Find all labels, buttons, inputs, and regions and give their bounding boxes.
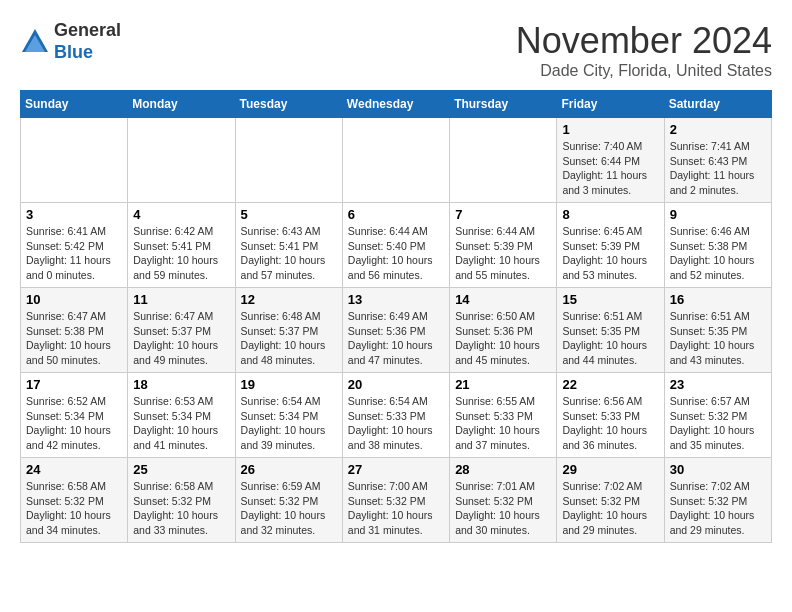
day-cell: 17Sunrise: 6:52 AM Sunset: 5:34 PM Dayli… — [21, 373, 128, 458]
day-cell — [450, 118, 557, 203]
day-cell: 9Sunrise: 6:46 AM Sunset: 5:38 PM Daylig… — [664, 203, 771, 288]
header: General Blue November 2024 Dade City, Fl… — [20, 20, 772, 80]
day-number: 21 — [455, 377, 551, 392]
header-friday: Friday — [557, 91, 664, 118]
day-cell: 11Sunrise: 6:47 AM Sunset: 5:37 PM Dayli… — [128, 288, 235, 373]
day-cell — [128, 118, 235, 203]
day-cell: 28Sunrise: 7:01 AM Sunset: 5:32 PM Dayli… — [450, 458, 557, 543]
day-info: Sunrise: 6:47 AM Sunset: 5:38 PM Dayligh… — [26, 309, 122, 368]
day-number: 28 — [455, 462, 551, 477]
logo-text: General Blue — [54, 20, 121, 63]
day-cell: 25Sunrise: 6:58 AM Sunset: 5:32 PM Dayli… — [128, 458, 235, 543]
day-cell: 30Sunrise: 7:02 AM Sunset: 5:32 PM Dayli… — [664, 458, 771, 543]
day-info: Sunrise: 6:49 AM Sunset: 5:36 PM Dayligh… — [348, 309, 444, 368]
day-number: 25 — [133, 462, 229, 477]
day-number: 17 — [26, 377, 122, 392]
calendar-title: November 2024 — [516, 20, 772, 62]
header-monday: Monday — [128, 91, 235, 118]
day-number: 14 — [455, 292, 551, 307]
week-row-2: 3Sunrise: 6:41 AM Sunset: 5:42 PM Daylig… — [21, 203, 772, 288]
day-cell: 29Sunrise: 7:02 AM Sunset: 5:32 PM Dayli… — [557, 458, 664, 543]
calendar-table: SundayMondayTuesdayWednesdayThursdayFrid… — [20, 90, 772, 543]
header-saturday: Saturday — [664, 91, 771, 118]
day-cell — [235, 118, 342, 203]
day-info: Sunrise: 6:59 AM Sunset: 5:32 PM Dayligh… — [241, 479, 337, 538]
week-row-4: 17Sunrise: 6:52 AM Sunset: 5:34 PM Dayli… — [21, 373, 772, 458]
day-cell: 12Sunrise: 6:48 AM Sunset: 5:37 PM Dayli… — [235, 288, 342, 373]
day-info: Sunrise: 6:44 AM Sunset: 5:39 PM Dayligh… — [455, 224, 551, 283]
day-info: Sunrise: 6:53 AM Sunset: 5:34 PM Dayligh… — [133, 394, 229, 453]
day-cell: 6Sunrise: 6:44 AM Sunset: 5:40 PM Daylig… — [342, 203, 449, 288]
day-number: 1 — [562, 122, 658, 137]
day-cell: 2Sunrise: 7:41 AM Sunset: 6:43 PM Daylig… — [664, 118, 771, 203]
day-info: Sunrise: 6:46 AM Sunset: 5:38 PM Dayligh… — [670, 224, 766, 283]
day-number: 13 — [348, 292, 444, 307]
day-number: 24 — [26, 462, 122, 477]
day-number: 4 — [133, 207, 229, 222]
header-row: SundayMondayTuesdayWednesdayThursdayFrid… — [21, 91, 772, 118]
calendar-header: SundayMondayTuesdayWednesdayThursdayFrid… — [21, 91, 772, 118]
day-info: Sunrise: 6:51 AM Sunset: 5:35 PM Dayligh… — [562, 309, 658, 368]
day-number: 12 — [241, 292, 337, 307]
day-cell: 23Sunrise: 6:57 AM Sunset: 5:32 PM Dayli… — [664, 373, 771, 458]
day-number: 20 — [348, 377, 444, 392]
calendar-subtitle: Dade City, Florida, United States — [516, 62, 772, 80]
day-info: Sunrise: 6:47 AM Sunset: 5:37 PM Dayligh… — [133, 309, 229, 368]
day-info: Sunrise: 6:52 AM Sunset: 5:34 PM Dayligh… — [26, 394, 122, 453]
day-cell: 27Sunrise: 7:00 AM Sunset: 5:32 PM Dayli… — [342, 458, 449, 543]
day-number: 2 — [670, 122, 766, 137]
week-row-5: 24Sunrise: 6:58 AM Sunset: 5:32 PM Dayli… — [21, 458, 772, 543]
day-cell: 4Sunrise: 6:42 AM Sunset: 5:41 PM Daylig… — [128, 203, 235, 288]
week-row-3: 10Sunrise: 6:47 AM Sunset: 5:38 PM Dayli… — [21, 288, 772, 373]
day-info: Sunrise: 6:56 AM Sunset: 5:33 PM Dayligh… — [562, 394, 658, 453]
day-info: Sunrise: 6:54 AM Sunset: 5:33 PM Dayligh… — [348, 394, 444, 453]
day-number: 11 — [133, 292, 229, 307]
day-info: Sunrise: 7:41 AM Sunset: 6:43 PM Dayligh… — [670, 139, 766, 198]
week-row-1: 1Sunrise: 7:40 AM Sunset: 6:44 PM Daylig… — [21, 118, 772, 203]
day-number: 29 — [562, 462, 658, 477]
logo-blue: Blue — [54, 42, 121, 64]
day-number: 6 — [348, 207, 444, 222]
day-cell: 15Sunrise: 6:51 AM Sunset: 5:35 PM Dayli… — [557, 288, 664, 373]
day-cell — [21, 118, 128, 203]
day-number: 18 — [133, 377, 229, 392]
day-info: Sunrise: 6:50 AM Sunset: 5:36 PM Dayligh… — [455, 309, 551, 368]
day-cell: 16Sunrise: 6:51 AM Sunset: 5:35 PM Dayli… — [664, 288, 771, 373]
day-number: 15 — [562, 292, 658, 307]
day-info: Sunrise: 7:40 AM Sunset: 6:44 PM Dayligh… — [562, 139, 658, 198]
logo-general: General — [54, 20, 121, 42]
day-cell — [342, 118, 449, 203]
day-cell: 19Sunrise: 6:54 AM Sunset: 5:34 PM Dayli… — [235, 373, 342, 458]
title-section: November 2024 Dade City, Florida, United… — [516, 20, 772, 80]
header-wednesday: Wednesday — [342, 91, 449, 118]
day-info: Sunrise: 7:00 AM Sunset: 5:32 PM Dayligh… — [348, 479, 444, 538]
day-number: 26 — [241, 462, 337, 477]
day-info: Sunrise: 6:57 AM Sunset: 5:32 PM Dayligh… — [670, 394, 766, 453]
day-number: 27 — [348, 462, 444, 477]
day-number: 10 — [26, 292, 122, 307]
day-cell: 20Sunrise: 6:54 AM Sunset: 5:33 PM Dayli… — [342, 373, 449, 458]
day-info: Sunrise: 6:42 AM Sunset: 5:41 PM Dayligh… — [133, 224, 229, 283]
day-number: 19 — [241, 377, 337, 392]
day-info: Sunrise: 6:43 AM Sunset: 5:41 PM Dayligh… — [241, 224, 337, 283]
logo-icon — [20, 27, 50, 57]
day-info: Sunrise: 6:58 AM Sunset: 5:32 PM Dayligh… — [133, 479, 229, 538]
day-cell: 3Sunrise: 6:41 AM Sunset: 5:42 PM Daylig… — [21, 203, 128, 288]
day-cell: 22Sunrise: 6:56 AM Sunset: 5:33 PM Dayli… — [557, 373, 664, 458]
day-info: Sunrise: 6:45 AM Sunset: 5:39 PM Dayligh… — [562, 224, 658, 283]
day-info: Sunrise: 6:41 AM Sunset: 5:42 PM Dayligh… — [26, 224, 122, 283]
day-info: Sunrise: 6:58 AM Sunset: 5:32 PM Dayligh… — [26, 479, 122, 538]
day-cell: 8Sunrise: 6:45 AM Sunset: 5:39 PM Daylig… — [557, 203, 664, 288]
day-info: Sunrise: 7:02 AM Sunset: 5:32 PM Dayligh… — [562, 479, 658, 538]
day-number: 30 — [670, 462, 766, 477]
day-cell: 26Sunrise: 6:59 AM Sunset: 5:32 PM Dayli… — [235, 458, 342, 543]
logo: General Blue — [20, 20, 121, 63]
day-info: Sunrise: 6:44 AM Sunset: 5:40 PM Dayligh… — [348, 224, 444, 283]
day-cell: 1Sunrise: 7:40 AM Sunset: 6:44 PM Daylig… — [557, 118, 664, 203]
day-number: 5 — [241, 207, 337, 222]
day-info: Sunrise: 6:55 AM Sunset: 5:33 PM Dayligh… — [455, 394, 551, 453]
day-number: 16 — [670, 292, 766, 307]
header-sunday: Sunday — [21, 91, 128, 118]
day-info: Sunrise: 6:51 AM Sunset: 5:35 PM Dayligh… — [670, 309, 766, 368]
day-number: 23 — [670, 377, 766, 392]
